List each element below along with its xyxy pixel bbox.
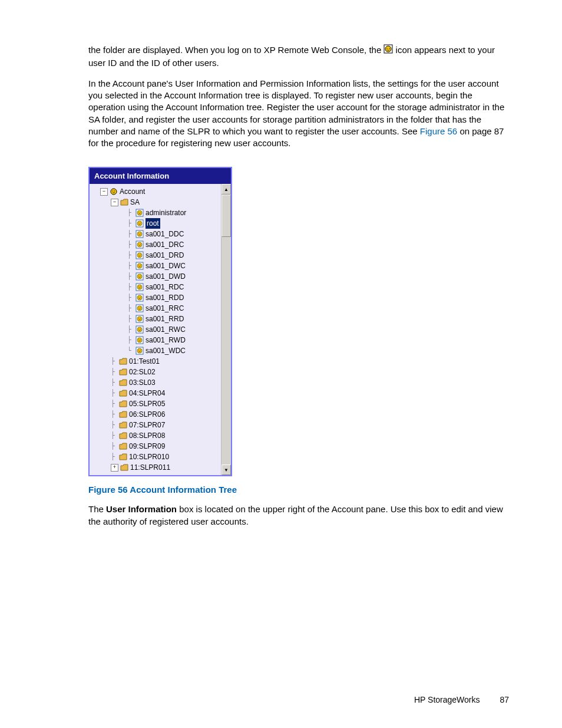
tree-node-user[interactable]: ├sa001_DDC: [92, 229, 221, 239]
tree-node-folder[interactable]: ├01:Test01: [92, 356, 221, 367]
tree-node-folder[interactable]: ├07:SLPR07: [92, 420, 221, 430]
tree-node-user[interactable]: ├root: [92, 218, 221, 229]
tree-line-icon: ├: [127, 271, 135, 282]
folder-icon: [119, 411, 127, 418]
tree-node-user[interactable]: ├sa001_RDD: [92, 292, 221, 303]
scroll-thumb[interactable]: [222, 195, 231, 237]
paragraph-3-bold: User Information: [106, 504, 177, 514]
scroll-down-button[interactable]: ▼: [222, 465, 231, 475]
tree-node-user[interactable]: ├sa001_RRD: [92, 314, 221, 324]
tree-node-user[interactable]: ├administrator: [92, 207, 221, 218]
tree-node-sa[interactable]: − SA: [92, 197, 221, 207]
user-smiley-icon: [135, 251, 144, 259]
tree-line-icon: ├: [127, 261, 135, 271]
tree-line-icon: ├: [127, 218, 135, 229]
page: the folder are displayed. When you log o…: [0, 0, 562, 728]
folder-icon: [119, 390, 127, 397]
user-smiley-icon: [135, 262, 144, 270]
user-smiley-icon: [135, 325, 144, 334]
tree-line-icon: ├: [111, 441, 119, 452]
tree-line-icon: ├: [111, 452, 119, 462]
svg-point-12: [137, 221, 142, 226]
tree-line-icon: ├: [127, 314, 135, 324]
tree-node-account[interactable]: − Account: [92, 186, 221, 197]
paragraph-1a: the folder are displayed. When you log o…: [88, 45, 384, 55]
tree-node-folder[interactable]: +11:SLPR011: [92, 462, 221, 473]
tree-node-label: 04:SLPR04: [129, 388, 165, 398]
tree-node-user[interactable]: ├sa001_RDC: [92, 282, 221, 292]
svg-point-53: [138, 329, 139, 330]
tree-line-icon: ├: [127, 324, 135, 335]
scroll-up-button[interactable]: ▲: [222, 184, 231, 195]
svg-point-30: [140, 265, 141, 266]
tree-node-label: sa001_DRC: [146, 239, 184, 250]
tree-node-user[interactable]: ├sa001_RWC: [92, 324, 221, 335]
tree-line-icon: ├: [127, 335, 135, 345]
tree-node-folder[interactable]: ├08:SLPR08: [92, 430, 221, 441]
tree-node-folder[interactable]: ├05:SLPR05: [92, 398, 221, 409]
tree-node-user[interactable]: ├sa001_DWC: [92, 261, 221, 271]
folders-list: ├01:Test01├02:SL02├03:SL03├04:SLPR04├05:…: [92, 356, 221, 473]
collapse-icon[interactable]: −: [100, 188, 108, 196]
tree-line-icon: ├: [127, 282, 135, 292]
vertical-scrollbar[interactable]: ▲ ▼: [221, 184, 231, 475]
user-smiley-icon: [135, 272, 144, 281]
svg-point-38: [140, 286, 141, 287]
tree-line-icon: ├: [127, 303, 135, 314]
tree-node-user[interactable]: └sa001_WDC: [92, 345, 221, 356]
svg-point-57: [138, 340, 139, 340]
svg-point-36: [137, 285, 142, 289]
tree-node-label: sa001_RWD: [146, 335, 186, 345]
svg-point-2: [387, 48, 388, 50]
paragraph-2: In the Account pane's User Information a…: [88, 78, 509, 150]
tree-node-user[interactable]: ├sa001_RWD: [92, 335, 221, 345]
tree-line-icon: ├: [111, 356, 119, 367]
tree-line-icon: ├: [127, 229, 135, 239]
tree-node-label: sa001_WDC: [146, 345, 186, 356]
tree-node-label: 02:SL02: [129, 367, 156, 377]
svg-point-9: [138, 212, 139, 213]
tree-node-folder[interactable]: ├03:SL03: [92, 377, 221, 388]
folder-icon: [119, 432, 127, 439]
tree-line-icon: ├: [111, 377, 119, 388]
svg-point-45: [138, 308, 139, 308]
expand-icon[interactable]: +: [111, 464, 118, 472]
tree-node-folder[interactable]: ├04:SLPR04: [92, 388, 221, 398]
tree-node-label: administrator: [146, 207, 186, 218]
user-smiley-icon: [135, 294, 144, 302]
svg-point-18: [140, 233, 141, 234]
tree-line-icon: ├: [127, 239, 135, 250]
svg-point-44: [137, 306, 142, 311]
svg-point-50: [140, 318, 141, 319]
tree-node-folder[interactable]: ├06:SLPR06: [92, 409, 221, 420]
paragraph-1: the folder are displayed. When you log o…: [88, 44, 509, 69]
folder-icon: [119, 368, 127, 375]
account-tree[interactable]: − Account − SA ├administrator├root├sa001…: [90, 184, 221, 475]
tree-node-label: sa001_RWC: [146, 324, 186, 335]
tree-node-folder[interactable]: ├10:SLPR010: [92, 452, 221, 462]
folder-icon: [119, 421, 127, 429]
tree-node-user[interactable]: ├sa001_DRC: [92, 239, 221, 250]
svg-point-4: [111, 189, 117, 195]
user-smiley-icon: [135, 347, 144, 355]
tree-node-label: root: [146, 218, 160, 229]
tree-node-folder[interactable]: ├02:SL02: [92, 367, 221, 377]
tree-node-user[interactable]: ├sa001_DWD: [92, 271, 221, 282]
svg-point-60: [137, 348, 142, 353]
account-globe-icon: [110, 187, 118, 196]
user-smiley-icon: [135, 241, 144, 249]
tree-node-user[interactable]: ├sa001_DRD: [92, 250, 221, 261]
scroll-track[interactable]: [222, 195, 231, 465]
tree-node-user[interactable]: ├sa001_RRC: [92, 303, 221, 314]
tree-node-folder[interactable]: ├09:SLPR09: [92, 441, 221, 452]
tree-line-icon: ├: [127, 207, 135, 218]
svg-point-56: [137, 338, 142, 342]
tree-node-label: 06:SLPR06: [129, 409, 165, 420]
tree-node-label: 03:SL03: [129, 377, 156, 388]
collapse-icon[interactable]: −: [111, 199, 118, 206]
figure-56-link[interactable]: Figure 56: [420, 126, 457, 136]
tree-node-label: 05:SLPR05: [129, 398, 165, 409]
tree-node-label: SA: [130, 197, 140, 207]
user-smiley-icon: [135, 283, 144, 291]
tree-node-label: Account: [120, 186, 145, 197]
